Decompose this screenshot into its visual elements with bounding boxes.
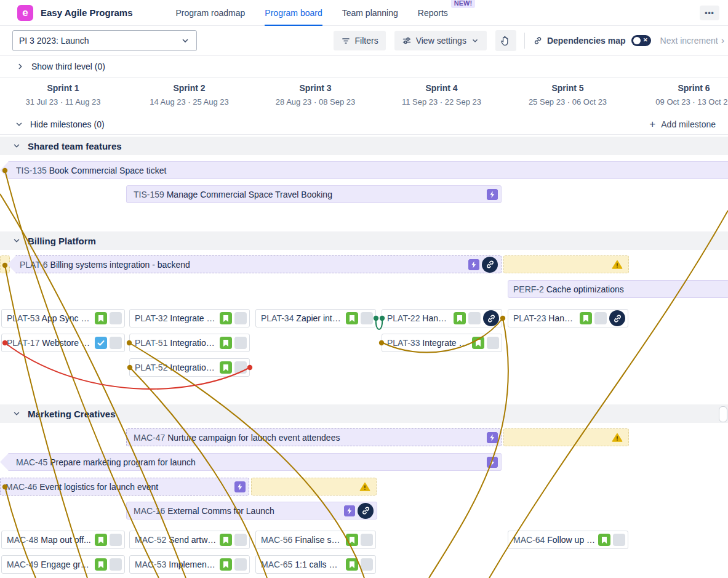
hand-tool-button[interactable] xyxy=(495,30,516,51)
filters-button[interactable]: Filters xyxy=(334,31,386,50)
dependency-link-icon[interactable] xyxy=(483,310,499,326)
issue-card[interactable]: PLAT-22 Handle... xyxy=(382,309,502,327)
tab-program-board[interactable]: Program board xyxy=(265,0,322,26)
story-icon xyxy=(580,312,592,324)
next-increment-label: Next increment xyxy=(660,36,718,46)
issue-key: PERF-2 xyxy=(513,284,544,294)
issue-card[interactable]: PLAT-52 Integration ... xyxy=(129,358,250,377)
hide-milestones-label: Hide milestones (0) xyxy=(30,119,105,129)
story-icon xyxy=(598,534,610,546)
feature-bar[interactable]: MAC-47 Nurture campaign for launch event… xyxy=(126,428,502,446)
issue-card[interactable]: PLAT-23 Handle... xyxy=(508,309,628,327)
issue-card[interactable]: PLAT-32 Integrate wi... xyxy=(129,309,250,327)
add-milestone-button[interactable]: + Add milestone xyxy=(649,119,716,129)
view-settings-button[interactable]: View settings xyxy=(394,31,487,50)
filters-label: Filters xyxy=(355,36,378,46)
tab-program-roadmap[interactable]: Program roadmap xyxy=(176,0,246,26)
toolbar-divider xyxy=(524,33,525,49)
feature-bar[interactable]: MAC-45 Prepare marketing program for lau… xyxy=(0,453,502,471)
task-icon xyxy=(95,337,107,349)
issue-card[interactable]: PLAT-34 Zapier inte... xyxy=(255,309,376,327)
sprint-column-header: Sprint 214 Aug 23 · 25 Aug 23 xyxy=(126,83,252,106)
issue-card[interactable]: PLAT-53 App Sync S... xyxy=(1,309,125,327)
scrollbar-thumb[interactable] xyxy=(719,406,727,422)
section-header[interactable]: Marketing Creatives xyxy=(0,404,728,423)
chevron-down-icon xyxy=(180,36,190,46)
top-nav: e Easy Agile Programs Program roadmap Pr… xyxy=(0,0,728,26)
dependency-link-icon[interactable] xyxy=(609,310,625,326)
feature-bar[interactable]: MAC-46 Event logistics for launch event xyxy=(0,478,249,496)
increment-selector[interactable]: PI 3 2023: Launch xyxy=(12,30,197,51)
feature-bar[interactable]: TIS-159 Manage Commercial Space Travel B… xyxy=(126,185,502,203)
warning-zone xyxy=(503,428,629,446)
issue-card[interactable]: MAC-64 Follow up e... xyxy=(508,531,628,549)
toggle-knob xyxy=(633,37,641,44)
sliders-icon xyxy=(402,36,412,46)
tab-reports[interactable]: Reports NEW! xyxy=(418,0,448,26)
add-milestone-label: Add milestone xyxy=(661,119,716,129)
sprint-name: Sprint 1 xyxy=(0,83,126,93)
more-menu-button[interactable]: ••• xyxy=(700,6,719,20)
issue-key: MAC-65 xyxy=(261,560,292,569)
link-icon xyxy=(533,36,543,46)
issue-key: PLAT-17 xyxy=(7,338,39,348)
avatar-placeholder xyxy=(234,312,247,324)
epic-bolt-icon xyxy=(344,505,355,516)
board-toolbar: PI 3 2023: Launch Filters View settings … xyxy=(0,26,728,56)
epic-bolt-icon xyxy=(234,481,246,492)
sprint-dates: 31 Jul 23 · 11 Aug 23 xyxy=(0,97,126,106)
sprint-name: Sprint 3 xyxy=(252,83,378,93)
show-third-level-row[interactable]: Show third level (0) xyxy=(0,56,728,78)
issue-key: MAC-53 xyxy=(135,560,166,569)
story-icon xyxy=(346,534,358,546)
section-header[interactable]: Shared team features xyxy=(0,137,728,155)
issue-key: MAC-46 xyxy=(6,482,37,492)
avatar-placeholder xyxy=(487,337,499,349)
section-title: Shared team features xyxy=(28,141,122,151)
story-icon xyxy=(346,312,358,324)
dependency-link-icon[interactable] xyxy=(358,503,374,519)
issue-card-label: MAC-64 Follow up e... xyxy=(513,535,596,545)
app-title: Easy Agile Programs xyxy=(41,7,133,18)
hide-milestones-toggle[interactable]: Hide milestones (0) xyxy=(15,119,105,129)
issue-card[interactable]: PLAT-51 Integration ... xyxy=(129,334,250,352)
issue-card[interactable]: PLAT-17 Webstore p... xyxy=(1,334,125,352)
avatar-placeholder xyxy=(234,361,247,374)
feature-bar[interactable]: PLAT-6 Billing systems integration - bac… xyxy=(7,255,502,273)
story-icon xyxy=(220,361,232,374)
issue-key: PLAT-52 xyxy=(135,363,167,372)
issue-key: MAC-45 xyxy=(16,457,47,467)
feature-bar[interactable]: TIS-135 Book Commercial Space ticket xyxy=(0,161,728,179)
issue-card[interactable]: MAC-49 Engage gra... xyxy=(1,555,125,574)
feature-bar[interactable]: PERF-2 Cache optimizations xyxy=(508,280,728,298)
tab-team-planning[interactable]: Team planning xyxy=(342,0,398,26)
next-increment-button[interactable]: Next increment › xyxy=(660,36,724,46)
issue-card[interactable]: MAC-52 Send artwo... xyxy=(129,531,250,549)
issue-key: TIS-159 xyxy=(134,190,164,199)
dependencies-map-toggle[interactable]: ✕ xyxy=(631,35,651,46)
issue-card-label: PLAT-34 Zapier inte... xyxy=(261,313,343,323)
avatar-placeholder xyxy=(361,534,373,546)
chevron-right-icon: › xyxy=(721,36,724,45)
issue-card[interactable]: MAC-48 Map out off... xyxy=(1,531,125,549)
issue-key: MAC-52 xyxy=(135,535,166,545)
sprint-name: Sprint 6 xyxy=(631,83,728,93)
story-icon xyxy=(346,558,358,571)
issue-card[interactable]: MAC-53 Implement t... xyxy=(129,555,250,574)
section-header[interactable]: Billing Platform xyxy=(0,231,728,250)
issue-card[interactable]: MAC-65 1:1 calls wit... xyxy=(255,555,376,574)
story-icon xyxy=(472,337,484,349)
story-icon xyxy=(220,312,232,324)
issue-key: PLAT-23 xyxy=(513,313,546,323)
avatar-placeholder xyxy=(110,534,122,546)
issue-card-label: PLAT-52 Integration ... xyxy=(135,363,217,372)
issue-card[interactable]: PLAT-33 Integrate w... xyxy=(382,334,502,352)
issue-key: MAC-16 xyxy=(134,506,165,516)
feature-bar-label: PERF-2 Cache optimizations xyxy=(513,284,726,294)
issue-card[interactable]: MAC-56 Finalise soc... xyxy=(255,531,376,549)
avatar-placeholder xyxy=(234,337,247,349)
dependency-link-icon[interactable] xyxy=(482,257,498,273)
issue-card-label: MAC-49 Engage gra... xyxy=(7,560,92,569)
feature-bar[interactable]: MAC-16 External Comms for Launch xyxy=(126,502,377,520)
sprint-column-header: Sprint 328 Aug 23 · 08 Sep 23 xyxy=(252,83,378,106)
